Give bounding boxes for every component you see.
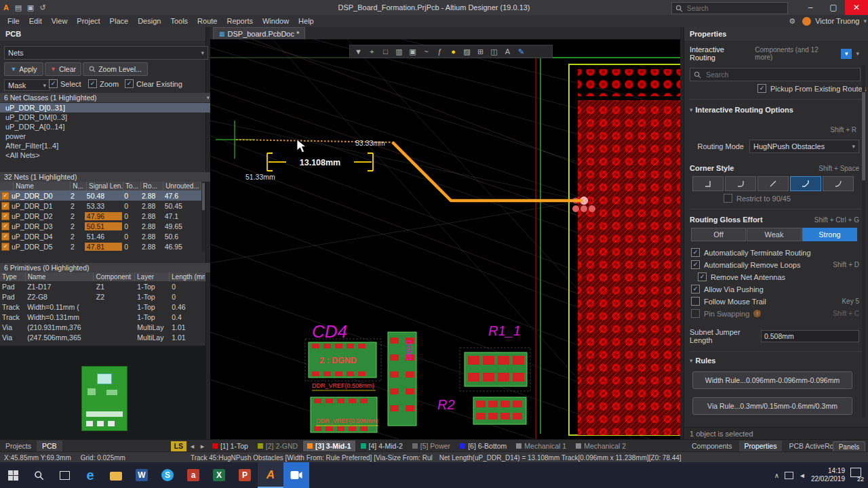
routing-options-section-header[interactable]: ▾ Interactive Routing Options bbox=[690, 106, 859, 114]
grid-icon[interactable]: ⊞ bbox=[474, 46, 487, 57]
user-name[interactable]: Victor Truong bbox=[815, 17, 859, 25]
chevron-down-icon[interactable]: ▾ bbox=[856, 50, 859, 57]
routing-mode-dropdown[interactable]: HugNPush Obstacles ▾ bbox=[749, 140, 859, 153]
net-visibility-checkbox[interactable]: ✓ bbox=[1, 222, 9, 230]
select-checkbox-row[interactable]: ✓ Select bbox=[49, 79, 81, 88]
net-visibility-checkbox[interactable]: ✓ bbox=[1, 212, 9, 220]
tab-properties[interactable]: Properties bbox=[739, 441, 783, 452]
document-tab[interactable]: ▦ DSP_board.PcbDoc * bbox=[213, 27, 305, 39]
col-name[interactable]: Name bbox=[26, 272, 94, 281]
properties-search-input[interactable] bbox=[705, 70, 856, 79]
corner-style-90-button[interactable] bbox=[692, 176, 724, 191]
panel-mode-dropdown[interactable]: Nets ▾ bbox=[4, 46, 208, 60]
mask-dropdown[interactable]: Mask ▾ bbox=[4, 79, 50, 91]
corner-style-any-angle-button[interactable] bbox=[757, 176, 789, 191]
pcb-canvas[interactable]: 2 : DGND DGND bbox=[210, 39, 680, 439]
net-class-row[interactable]: After_Filter[1..4] bbox=[0, 141, 211, 150]
primitive-row[interactable]: TrackWidth=0.11mm ( 1-Top 0.46 bbox=[0, 302, 205, 312]
col-signal-length[interactable]: Signal Len... bbox=[87, 182, 123, 190]
restrict-row[interactable]: Restrict to 90/45 bbox=[724, 194, 791, 203]
option-row[interactable]: ✓ Automatically Terminate Routing bbox=[691, 248, 859, 257]
net-visibility-checkbox[interactable]: ✓ bbox=[1, 202, 9, 210]
option-row[interactable]: ✓ Automatically Remove LoopsShift + D bbox=[691, 260, 859, 269]
filter-icon[interactable]: ▼ bbox=[352, 46, 365, 57]
layer-tab-mechanical-1[interactable]: Mechanical 1 bbox=[512, 441, 570, 452]
minimize-button[interactable]: – bbox=[799, 0, 822, 15]
menu-file[interactable]: File bbox=[3, 15, 24, 27]
component-dgnd-vertical[interactable]: DGND bbox=[388, 332, 416, 426]
action-center-button[interactable]: 22 bbox=[850, 468, 864, 483]
clear-button[interactable]: ▼ Clear bbox=[45, 62, 81, 76]
menu-window[interactable]: Window bbox=[258, 15, 294, 27]
taskbar-excel[interactable]: X bbox=[206, 462, 232, 488]
formula-icon[interactable]: ƒ bbox=[433, 46, 446, 57]
menu-route[interactable]: Route bbox=[193, 15, 222, 27]
col-layer[interactable]: Layer bbox=[135, 272, 170, 281]
global-search-input[interactable] bbox=[686, 4, 784, 13]
network-icon[interactable] bbox=[785, 472, 793, 479]
menu-help[interactable]: Help bbox=[294, 15, 319, 27]
menu-place[interactable]: Place bbox=[105, 15, 134, 27]
net-row[interactable]: ✓ uP_DDR_D32 50.510 2.8849.65 bbox=[0, 221, 201, 231]
gloss-strong-button[interactable]: Strong bbox=[802, 228, 857, 241]
corner-style-45-button[interactable] bbox=[790, 176, 821, 191]
maximize-button[interactable]: ▢ bbox=[822, 0, 845, 15]
col-name[interactable]: Name bbox=[14, 182, 71, 190]
pickup-checkbox[interactable]: ✓ bbox=[757, 84, 766, 93]
menu-project[interactable]: Project bbox=[72, 15, 104, 27]
col-length[interactable]: Length (mm) bbox=[170, 272, 205, 281]
layer-tab-4-mid-2[interactable]: [4] 4-Mid-2 bbox=[357, 441, 407, 452]
gloss-weak-button[interactable]: Weak bbox=[747, 228, 802, 241]
text-icon[interactable]: A bbox=[501, 46, 514, 57]
menu-reports[interactable]: Reports bbox=[222, 15, 258, 27]
col-component[interactable]: Component bbox=[94, 272, 135, 281]
apply-button[interactable]: ▼ Apply bbox=[4, 62, 43, 76]
col-nodes[interactable]: N... bbox=[71, 182, 87, 190]
nets-table-header[interactable]: Name N... Signal Len... To... Ro... Unro… bbox=[0, 182, 201, 190]
tab-pcb[interactable]: PCB bbox=[37, 441, 62, 452]
component-cd4[interactable]: 2 : DGND bbox=[309, 342, 376, 378]
net-class-row[interactable]: <All Nets> bbox=[0, 150, 211, 160]
zoom-checkbox-row[interactable]: ✓ Zoom bbox=[88, 79, 119, 88]
overlay-icon[interactable]: ◫ bbox=[488, 46, 500, 57]
via-rule-button[interactable]: Via Rule...0.3mm/0.15mm-0.6mm/0.3mm bbox=[692, 397, 852, 415]
taskbar-altium[interactable]: A bbox=[258, 462, 283, 488]
layer-scroll-right-icon[interactable]: ▸ bbox=[198, 441, 207, 451]
subnet-input[interactable] bbox=[761, 330, 859, 342]
tab-components[interactable]: Components bbox=[686, 441, 738, 452]
settings-gear-icon[interactable]: ⚙ bbox=[786, 17, 798, 26]
clear-existing-checkbox-row[interactable]: ✓ Clear Existing bbox=[125, 79, 182, 88]
zoom-level-button[interactable]: Zoom Level... bbox=[83, 62, 148, 76]
select-area-icon[interactable]: □ bbox=[379, 46, 392, 57]
restrict-checkbox[interactable] bbox=[724, 194, 732, 203]
nets-scrollbar[interactable] bbox=[201, 182, 205, 252]
corner-style-arc-button[interactable] bbox=[823, 176, 854, 191]
follow-mouse-checkbox[interactable] bbox=[691, 297, 700, 306]
taskbar-screen-recorder[interactable] bbox=[283, 462, 309, 488]
pickup-row[interactable]: ✓ Pickup From Existing Routes bbox=[757, 84, 866, 93]
highlight-icon[interactable]: ● bbox=[447, 46, 460, 57]
net-row[interactable]: ✓ uP_DDR_D22 47.960 2.8847.1 bbox=[0, 211, 201, 221]
taskbar-word[interactable]: W bbox=[129, 462, 155, 488]
properties-search-box[interactable] bbox=[690, 68, 861, 81]
select-checkbox[interactable]: ✓ bbox=[49, 79, 58, 88]
clear-existing-checkbox[interactable]: ✓ bbox=[125, 79, 134, 88]
save-icon[interactable]: ▤ bbox=[12, 3, 24, 12]
tab-projects[interactable]: Projects bbox=[0, 441, 37, 452]
remove-antennas-checkbox[interactable]: ✓ bbox=[698, 272, 707, 281]
net-class-row[interactable]: uP_DDR_DM[0..3] bbox=[0, 113, 211, 122]
menu-view[interactable]: View bbox=[47, 15, 73, 27]
option-row[interactable]: Follow Mouse TrailKey 5 bbox=[691, 297, 859, 306]
start-button[interactable] bbox=[0, 462, 26, 488]
scope-label[interactable]: Components (and 12 more) bbox=[755, 46, 836, 61]
width-rule-button[interactable]: Width Rule...0.096mm-0.096mm-0.096mm bbox=[692, 371, 852, 389]
remove-loops-checkbox[interactable]: ✓ bbox=[691, 260, 700, 269]
taskbar-clock[interactable]: 14:19 22/02/2019 bbox=[811, 467, 845, 483]
gloss-off-button[interactable]: Off bbox=[691, 228, 746, 241]
net-class-row[interactable]: power bbox=[0, 131, 211, 141]
net-class-row[interactable]: uP_DDR_A[0..14] bbox=[0, 122, 211, 131]
board-preview[interactable] bbox=[0, 346, 205, 439]
layer-scroll-left-icon[interactable]: ◂ bbox=[188, 441, 197, 451]
layer-tab-mechanical-2[interactable]: Mechanical 2 bbox=[572, 441, 630, 452]
net-visibility-checkbox[interactable]: ✓ bbox=[1, 192, 9, 200]
